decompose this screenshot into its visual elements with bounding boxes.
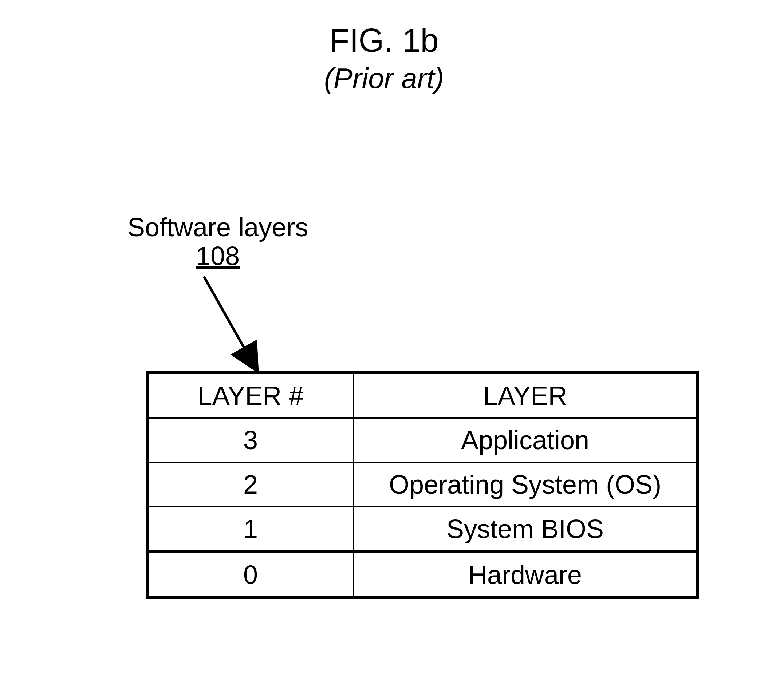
cell-layer-num: 2	[147, 462, 353, 507]
cell-layer-num: 3	[147, 418, 353, 462]
table-row: 1 System BIOS	[147, 507, 698, 552]
cell-layer-name: Hardware	[353, 552, 698, 598]
header-layer-num: LAYER #	[147, 373, 353, 418]
header-layer-name: LAYER	[353, 373, 698, 418]
cell-layer-num: 0	[147, 552, 353, 598]
table-row: 2 Operating System (OS)	[147, 462, 698, 507]
table-header-row: LAYER # LAYER	[147, 373, 698, 418]
figure-subtitle: (Prior art)	[0, 62, 768, 95]
cell-layer-name: Operating System (OS)	[353, 462, 698, 507]
cell-layer-name: Application	[353, 418, 698, 462]
annotation-ref: 108	[128, 242, 308, 270]
figure-title: FIG. 1b	[0, 22, 768, 59]
software-layers-table: LAYER # LAYER 3 Application 2 Operating …	[146, 371, 699, 599]
annotation-text: Software layers	[128, 213, 308, 242]
table-row: 0 Hardware	[147, 552, 698, 598]
arrow-icon	[197, 269, 269, 371]
cell-layer-name: System BIOS	[353, 507, 698, 552]
svg-line-1	[204, 276, 251, 360]
cell-layer-num: 1	[147, 507, 353, 552]
table-row: 3 Application	[147, 418, 698, 462]
annotation-label-group: Software layers 108	[128, 213, 308, 270]
